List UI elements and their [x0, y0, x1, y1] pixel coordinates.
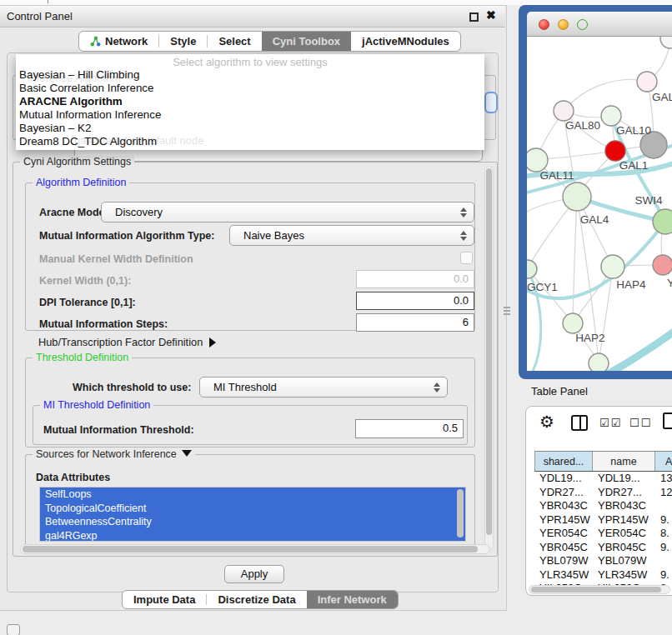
- column-header-shared[interactable]: shared...: [534, 452, 593, 471]
- node-gal1[interactable]: [605, 141, 625, 161]
- mi-steps-label: Mutual Information Steps:: [39, 318, 168, 330]
- algorithm-option[interactable]: Dream8 DC_TDC Algorithm: [19, 135, 157, 148]
- which-threshold-label: Which threshold to use:: [73, 382, 191, 393]
- tab-impute-data-label: Impute Data: [133, 593, 195, 606]
- table-row[interactable]: YLR345WYLR345W9.: [534, 568, 672, 582]
- algorithm-option[interactable]: Bayesian – Hill Climbing: [19, 68, 139, 81]
- tab-select[interactable]: Select: [208, 32, 261, 51]
- table-row[interactable]: YPR145WYPR145W9.: [534, 513, 672, 528]
- table-row[interactable]: YBR045CYBR045C9.: [534, 541, 672, 555]
- node-partial-top[interactable]: [660, 37, 672, 48]
- table-row[interactable]: YER054CYER054C8.: [534, 527, 672, 541]
- network-canvas[interactable]: GAL GAL80 GAL10 GAL1 GAL11 GAL4 SWI4 GCY…: [527, 37, 672, 371]
- bottom-left-partial-icon[interactable]: [7, 624, 20, 635]
- deselect-all-checkboxes-icon[interactable]: ☐☐: [629, 417, 652, 429]
- settings-horizontal-scrollbar[interactable]: [20, 544, 490, 554]
- tab-network[interactable]: Network: [79, 32, 158, 51]
- close-traffic-light[interactable]: [539, 19, 549, 30]
- algorithm-option[interactable]: Bayesian – K2: [19, 122, 91, 134]
- list-item[interactable]: TopologicalCoefficient: [40, 502, 465, 516]
- mi-threshold-field[interactable]: 0.5: [355, 419, 464, 438]
- kernel-width-label: Kernel Width (0,1):: [39, 275, 131, 287]
- algorithm-option[interactable]: Mutual Information Inference: [19, 108, 161, 121]
- node-y-partial[interactable]: [653, 255, 672, 275]
- settings-horizontal-scrollbar-thumb[interactable]: [23, 546, 478, 552]
- threshold-definition-title: Threshold Definition: [33, 352, 132, 363]
- table-row[interactable]: YDR27...YDR27...12: [534, 486, 672, 500]
- combo-arrows-icon: [460, 231, 467, 241]
- node-gal-partial[interactable]: [637, 72, 657, 92]
- network-graph: GAL GAL80 GAL10 GAL1 GAL11 GAL4 SWI4 GCY…: [527, 37, 672, 371]
- float-window-icon[interactable]: [469, 12, 479, 22]
- zoom-traffic-light[interactable]: [577, 19, 588, 30]
- sources-title[interactable]: Sources for Network Inference: [33, 448, 195, 460]
- list-item[interactable]: BetweennessCentrality: [40, 515, 465, 529]
- list-scrollbar-thumb[interactable]: [457, 489, 464, 538]
- mi-type-label: Mutual Information Algorithm Type:: [39, 230, 214, 242]
- label-gal4: GAL4: [580, 213, 609, 226]
- data-attributes-label: Data Attributes: [36, 472, 110, 483]
- bottom-tabs: Impute Data Discretize Data Infer Networ…: [122, 590, 399, 609]
- algorithm-definition-group: Algorithm Definition Aracne Mode: Discov…: [25, 182, 475, 331]
- settings-vertical-scrollbar[interactable]: [484, 166, 494, 551]
- gear-icon[interactable]: ⚙: [539, 412, 554, 432]
- manual-kernel-label: Manual Kernel Width Definition: [39, 253, 193, 265]
- column-header-name[interactable]: name: [593, 452, 655, 471]
- close-icon[interactable]: ✖: [486, 8, 496, 22]
- combo-arrows-icon: [434, 382, 440, 392]
- data-attributes-list[interactable]: SelfLoops TopologicalCoefficient Between…: [39, 487, 466, 542]
- dpi-tolerance-field[interactable]: 0.0: [356, 292, 474, 310]
- table-row[interactable]: YDL19...YDL19...13: [534, 472, 672, 486]
- node-gal80[interactable]: [554, 101, 574, 121]
- list-item[interactable]: SelfLoops: [40, 488, 465, 502]
- node-swi4[interactable]: [653, 209, 672, 234]
- focused-button-fragment[interactable]: [484, 92, 498, 113]
- label-gcy1: GCY1: [527, 281, 558, 293]
- node-partial-bottom[interactable]: [589, 353, 609, 371]
- node-gal10[interactable]: [601, 106, 621, 126]
- tab-jactivemnodules[interactable]: jActiveMNodules: [351, 32, 460, 51]
- column-header-partial[interactable]: A: [655, 452, 672, 471]
- apply-button[interactable]: Apply: [224, 565, 284, 583]
- hub-definition-expander[interactable]: Hub/Transcription Factor Definition: [38, 336, 216, 348]
- panel-splitter-handle[interactable]: [503, 305, 511, 317]
- minimize-traffic-light[interactable]: [558, 19, 569, 30]
- select-all-checkboxes-icon[interactable]: ☑☑: [599, 417, 622, 429]
- mi-steps-field[interactable]: 6: [356, 313, 474, 332]
- node-gal4[interactable]: [563, 182, 591, 211]
- tab-infer-network[interactable]: Infer Network: [307, 591, 398, 608]
- control-panel-title: Control Panel: [7, 10, 73, 22]
- table-horizontal-scrollbar-thumb[interactable]: [531, 587, 661, 592]
- table-row[interactable]: YBR043CYBR043C: [534, 499, 672, 513]
- manual-kernel-checkbox[interactable]: [460, 252, 473, 264]
- aracne-mode-combo[interactable]: Discovery: [101, 202, 474, 222]
- kernel-width-field[interactable]: 0.0: [356, 270, 474, 288]
- tab-style[interactable]: Style: [159, 32, 207, 51]
- node-hap2[interactable]: [563, 313, 583, 333]
- tab-select-label: Select: [218, 35, 250, 48]
- control-panel-tabs: Network Style Select Cyni Toolbox jActiv…: [78, 31, 461, 52]
- tab-impute-data[interactable]: Impute Data: [123, 591, 206, 608]
- table-horizontal-scrollbar[interactable]: [529, 585, 670, 594]
- settings-vertical-scrollbar-thumb[interactable]: [486, 168, 492, 535]
- algorithm-dropdown-popup: Select algorithm to view settings Infere…: [16, 54, 484, 150]
- network-window-titlebar[interactable]: [527, 12, 672, 37]
- table-panel-card: ⚙ ☑☑ ☐☐ shared... name A YDL19...YDL19..…: [525, 406, 672, 596]
- node-hap4[interactable]: [601, 255, 624, 278]
- columns-icon[interactable]: [571, 415, 588, 431]
- algorithm-option-selected[interactable]: ARACNE Algorithm: [19, 95, 123, 108]
- algorithm-option[interactable]: Basic Correlation Inference: [19, 82, 154, 94]
- label-hap2: HAP2: [575, 332, 604, 344]
- list-item[interactable]: gal4RGexp: [40, 529, 465, 542]
- node-gal11[interactable]: [527, 148, 548, 172]
- control-panel-window: Control Panel ✖ Network Style Select Cyn…: [0, 5, 507, 611]
- cyni-settings-title: Cyni Algorithm Settings: [20, 156, 134, 168]
- tab-cyni-toolbox[interactable]: Cyni Toolbox: [262, 32, 351, 51]
- mi-type-combo[interactable]: Naive Bayes: [229, 225, 474, 246]
- table-row[interactable]: YBL079WYBL079W: [534, 554, 672, 568]
- tab-discretize-data[interactable]: Discretize Data: [207, 591, 306, 608]
- node-gcy1[interactable]: [527, 260, 537, 278]
- threshold-definition-group: Threshold Definition Which threshold to …: [25, 358, 475, 448]
- document-icon[interactable]: [663, 412, 672, 429]
- which-threshold-combo[interactable]: MI Threshold: [199, 377, 448, 398]
